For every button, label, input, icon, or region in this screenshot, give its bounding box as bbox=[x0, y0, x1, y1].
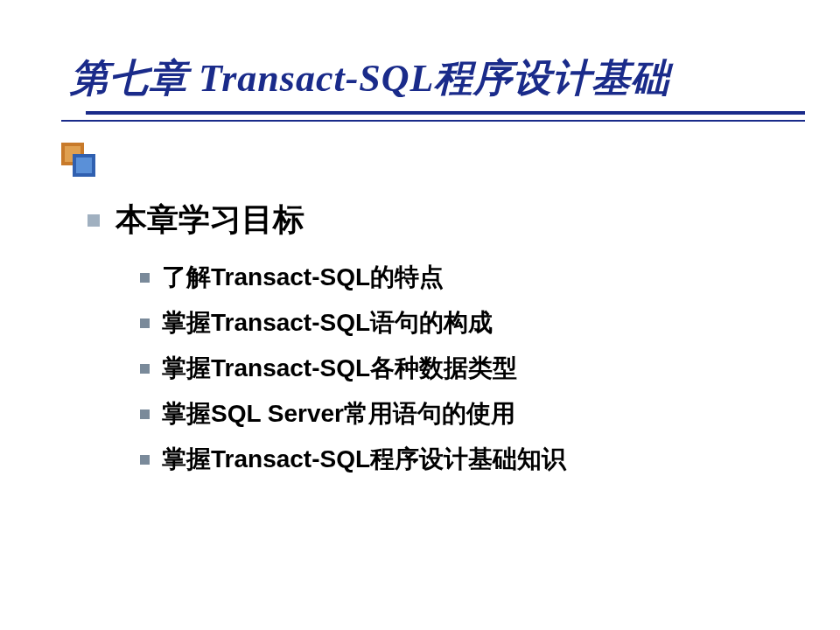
list-item: 掌握Transact-SQL各种数据类型 bbox=[140, 350, 840, 387]
objective-text: 掌握Transact-SQL各种数据类型 bbox=[162, 350, 517, 387]
objective-text: 掌握Transact-SQL语句的构成 bbox=[162, 304, 493, 341]
title-underline bbox=[61, 111, 805, 137]
bullet-square-icon bbox=[140, 364, 150, 374]
section-heading: 本章学习目标 bbox=[116, 199, 304, 242]
list-item: 掌握Transact-SQL语句的构成 bbox=[140, 304, 840, 341]
slide-title: 第七章 Transact-SQL程序设计基础 bbox=[61, 52, 805, 111]
bullet-square-icon bbox=[140, 318, 150, 328]
content-area: 本章学习目标 了解Transact-SQL的特点 掌握Transact-SQL语… bbox=[88, 199, 840, 478]
list-item: 掌握Transact-SQL程序设计基础知识 bbox=[140, 441, 840, 478]
bullet-square-icon bbox=[140, 273, 150, 283]
title-area: 第七章 Transact-SQL程序设计基础 bbox=[61, 52, 805, 137]
slide: 第七章 Transact-SQL程序设计基础 本章学习目标 了解Transact… bbox=[0, 0, 840, 630]
bullet-square-icon bbox=[140, 455, 150, 465]
objective-text: 掌握Transact-SQL程序设计基础知识 bbox=[162, 441, 566, 478]
underline-thick bbox=[86, 111, 805, 115]
bullet-square-icon bbox=[88, 214, 100, 227]
section-heading-row: 本章学习目标 bbox=[88, 199, 840, 242]
bullet-square-icon bbox=[140, 410, 150, 419]
decor-square-blue bbox=[73, 154, 95, 177]
list-item: 了解Transact-SQL的特点 bbox=[140, 259, 840, 296]
underline-thin bbox=[61, 120, 805, 122]
objective-text: 掌握SQL Server常用语句的使用 bbox=[162, 396, 515, 432]
objective-text: 了解Transact-SQL的特点 bbox=[162, 259, 444, 296]
list-item: 掌握SQL Server常用语句的使用 bbox=[140, 396, 840, 432]
